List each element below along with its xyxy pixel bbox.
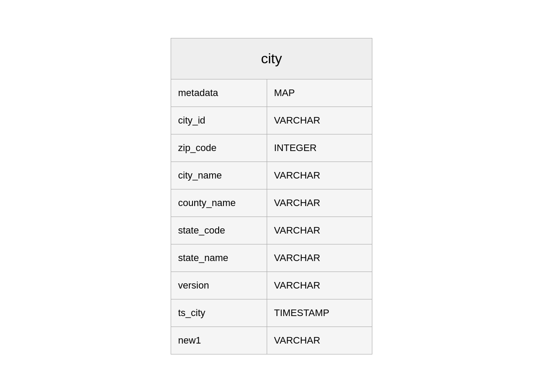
column-name: city_id (171, 107, 267, 134)
column-type: TIMESTAMP (267, 299, 372, 327)
column-name: state_code (171, 217, 267, 244)
table-row: state_nameVARCHAR (171, 244, 372, 272)
column-type: VARCHAR (267, 272, 372, 299)
column-name: new1 (171, 327, 267, 354)
column-name: city_name (171, 162, 267, 189)
table-title: city (171, 38, 372, 79)
column-type: VARCHAR (267, 217, 372, 244)
column-type: VARCHAR (267, 327, 372, 354)
table-row: zip_codeINTEGER (171, 134, 372, 162)
table-row: ts_cityTIMESTAMP (171, 299, 372, 327)
column-type: INTEGER (267, 134, 372, 162)
column-type: VARCHAR (267, 162, 372, 189)
column-type: MAP (267, 79, 372, 107)
table-row: county_nameVARCHAR (171, 189, 372, 217)
column-name: zip_code (171, 134, 267, 162)
column-name: ts_city (171, 299, 267, 327)
column-name: version (171, 272, 267, 299)
table-row: metadataMAP (171, 79, 372, 107)
table-row: city_nameVARCHAR (171, 162, 372, 189)
column-name: county_name (171, 189, 267, 217)
column-name: metadata (171, 79, 267, 107)
column-type: VARCHAR (267, 189, 372, 217)
table-row: city_idVARCHAR (171, 107, 372, 134)
table-row: versionVARCHAR (171, 272, 372, 299)
column-name: state_name (171, 244, 267, 272)
table-row: state_codeVARCHAR (171, 217, 372, 244)
schema-rows: metadataMAPcity_idVARCHARzip_codeINTEGER… (171, 79, 372, 354)
schema-table: city metadataMAPcity_idVARCHARzip_codeIN… (171, 38, 372, 354)
column-type: VARCHAR (267, 107, 372, 134)
column-type: VARCHAR (267, 244, 372, 272)
table-row: new1VARCHAR (171, 327, 372, 354)
